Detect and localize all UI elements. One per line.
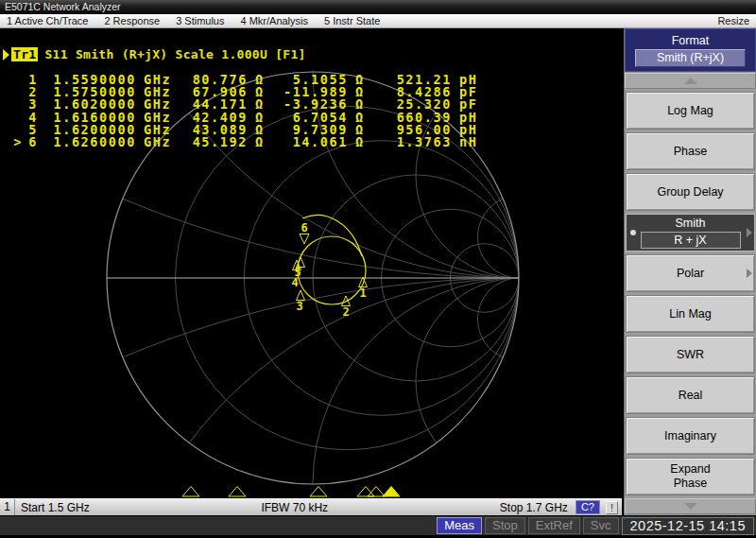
marker-6-runit: Ω [248,136,276,148]
cal-status-badge: C? [576,500,600,514]
datetime-display: 2025-12-15 14:15 [622,517,755,535]
e5071c-application: E5071C Network Analyzer 1 Active Ch/Trac… [0,0,756,538]
softkey-menu-title: Format [672,34,710,47]
window-titlebar: E5071C Network Analyzer [0,0,756,14]
marker-6-res: 45.192 [181,136,248,148]
softkey-scroll-down[interactable] [625,498,756,514]
softkey-menu-header: Format Smith (R+jX) [625,28,756,72]
menu-item-2-response[interactable]: 2 Response [104,14,160,28]
softkey-current-value: Smith (R+jX) [635,49,746,67]
resize-button[interactable]: Resize [717,14,756,28]
softkey-imaginary[interactable]: Imaginary [626,417,755,455]
softkey-scroll-up[interactable] [625,73,756,89]
menu-bar: 1 Active Ch/Trace2 Response3 Stimulus4 M… [0,14,756,28]
main-area: 1 2 3 4 5 6 [0,28,756,515]
softkey-lin-mag[interactable]: Lin Mag [626,295,755,333]
svc-status[interactable]: Svc [583,517,619,534]
softkey-swr[interactable]: SWR [626,336,755,373]
warning-badge: ! [606,501,618,514]
trace-header-text: S11 Smith (R+jX) Scale 1.000U [F1] [44,47,305,61]
softkey-label: Real [679,389,703,403]
marker-3-sel [11,98,23,111]
softkey-polar[interactable]: Polar [626,254,755,292]
softkey-panel: Format Smith (R+jX) Log MagPhaseGroup De… [624,28,756,515]
stop-frequency: Stop 1.7 GHz [500,501,568,514]
softkey-label: SWR [677,348,704,362]
marker-6-num: 6 [23,136,38,148]
scroll-up-icon [684,78,697,84]
softkey-smith[interactable]: SmithR + jX [626,214,755,252]
marker-6-icon [300,234,309,245]
active-stimulus-marker [383,487,400,497]
softkey-label: Group Delay [657,185,723,200]
softkey-buttons: Log MagPhaseGroup DelaySmithR + jXPolarL… [625,90,756,497]
softkey-group-delay[interactable]: Group Delay [626,173,755,211]
marker-1-sel [11,74,23,86]
menu-items: 1 Active Ch/Trace2 Response3 Stimulus4 M… [0,14,717,28]
active-trace-arrow-icon [3,49,9,61]
menu-item-1-active-ch-trace[interactable]: 1 Active Ch/Trace [7,14,88,28]
scroll-down-icon [684,503,697,510]
softkey-label: Smith [676,217,706,231]
marker-3-icon [297,290,305,301]
softkey-expand-phase[interactable]: Expand Phase [626,458,755,495]
menu-item-4-mkr-analysis[interactable]: 4 Mkr/Analysis [240,14,308,28]
softkey-real[interactable]: Real [626,376,755,414]
softkey-log-mag[interactable]: Log Mag [626,92,755,130]
meas-status[interactable]: Meas [437,517,482,534]
marker-1-icon [359,277,368,287]
extref-status[interactable]: ExtRef [528,517,580,534]
softkey-label: Phase [674,145,707,159]
stop-status[interactable]: Stop [485,517,525,534]
marker-readout-table: 11.5590000GHz80.776Ω5.1055Ω521.21pH21.57… [11,74,488,148]
marker-6-xunit: Ω [348,136,376,148]
softkey-phase[interactable]: Phase [626,132,755,170]
instrument-taskbar: Meas Stop ExtRef Svc 2025-12-15 14:15 [0,515,756,535]
marker-6-lc: 1.3763 [376,136,452,148]
marker-6-freq: 1.6260000 [38,136,136,148]
softkey-label: Expand Phase [670,462,710,491]
trace-badge[interactable]: Tr1 [11,47,38,61]
marker-6-sel: > [11,136,23,148]
marker-6-funit: GHz [136,136,181,148]
marker-6-lcunit: nH [452,136,488,148]
marker-2-sel [11,86,23,98]
channel-status-bar: 1 Start 1.5 GHz IFBW 70 kHz Stop 1.7 GHz… [0,498,622,515]
marker-6-label: 6 [301,221,307,234]
submenu-arrow-icon [747,269,752,278]
softkey-value: R + jX [641,232,741,249]
display-screen: 1 2 3 4 5 6 [0,28,622,515]
softkey-label: Polar [677,267,704,281]
channel-number: 1 [0,499,15,515]
start-frequency: Start 1.5 GHz [15,501,90,514]
marker-row-6: >61.6260000GHz45.192Ω14.061Ω1.3763nH [11,136,488,148]
selected-dot-icon [630,230,636,235]
marker-6-react: 14.061 [276,136,348,148]
marker-4-sel [11,112,23,124]
marker-5-label: 5 [294,266,301,279]
softkey-label: Lin Mag [669,307,711,321]
trace-header: Tr1 S11 Smith (R+jX) Scale 1.000U [F1] [3,47,306,61]
marker-2-label: 2 [342,305,349,319]
menu-item-5-instr-state[interactable]: 5 Instr State [324,14,380,28]
ifbw-readout: IFBW 70 kHz [261,501,328,514]
softkey-label: Log Mag [667,104,713,118]
marker-1-label: 1 [359,286,366,300]
window-title: E5071C Network Analyzer [5,1,121,12]
menu-item-3-stimulus[interactable]: 3 Stimulus [176,14,224,28]
marker-3-label: 3 [296,300,302,313]
submenu-arrow-icon [747,228,752,237]
stimulus-markers [182,487,400,497]
softkey-label: Imaginary [664,429,716,443]
